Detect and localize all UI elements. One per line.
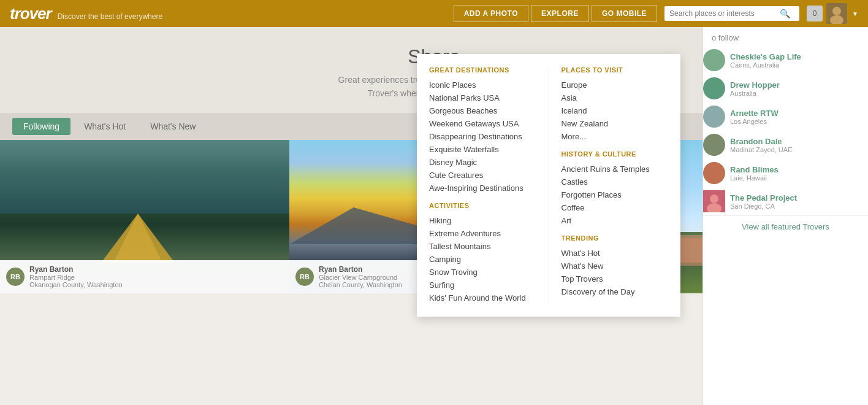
author-name-1: Ryan Barton — [29, 265, 123, 274]
dd-link-disney-magic[interactable]: Disney Magic — [429, 156, 536, 169]
dd-title-history-culture: HISTORY & CULTURE — [562, 150, 669, 158]
user-name-4: Rand Blimes — [730, 165, 779, 174]
tab-whats-new[interactable]: What's New — [139, 118, 207, 135]
dd-link-cute-creatures[interactable]: Cute Creatures — [429, 169, 536, 182]
author-avatar-1: RB — [6, 268, 25, 286]
dd-link-new-zealand[interactable]: New Zealand — [562, 117, 669, 130]
author-name-2: Ryan Barton — [319, 265, 402, 274]
dropdown-col-right: PLACES TO VISIT Europe Asia Iceland New … — [549, 66, 681, 304]
add-photo-button[interactable]: ADD A PHOTO — [454, 5, 528, 22]
notification-badge[interactable]: 0 — [807, 6, 823, 21]
dd-link-ancient-ruins[interactable]: Ancient Ruins & Temples — [562, 163, 669, 176]
featured-user-3[interactable]: Brandon Dale Madinat Zayed, UAE — [703, 131, 868, 159]
user-info-5: The Pedal Project San Diego, CA — [730, 193, 797, 210]
featured-users-list: Cheskie's Gap Life Cairns, Australia Dre… — [703, 46, 868, 215]
author-avatar-2: RB — [295, 268, 314, 286]
dd-link-trending-whats-new[interactable]: What's New — [562, 260, 669, 272]
dd-link-tallest-mountains[interactable]: Tallest Mountains — [429, 240, 536, 253]
dd-title-activities: ACTIVITIES — [429, 202, 536, 209]
user-location-3: Madinat Zayed, UAE — [730, 146, 793, 153]
dd-link-disappearing-dest[interactable]: Disappearing Destinations — [429, 130, 536, 143]
dd-link-extreme-adventures[interactable]: Extreme Adventures — [429, 227, 536, 240]
tab-whats-hot[interactable]: What's Hot — [73, 118, 137, 135]
user-info-1: Drew Hopper Australia — [730, 80, 780, 97]
featured-user-5[interactable]: The Pedal Project San Diego, CA — [703, 187, 868, 215]
dd-link-asia[interactable]: Asia — [562, 91, 669, 104]
photo-place-1: Rampart Ridge — [29, 274, 123, 281]
user-avatar-2 — [703, 106, 725, 128]
dd-link-surfing[interactable]: Surfing — [429, 279, 536, 291]
user-info-4: Rand Blimes Laie, Hawaii — [730, 165, 779, 182]
dd-link-coffee[interactable]: Coffee — [562, 201, 669, 214]
user-location-1: Australia — [730, 90, 780, 97]
user-info-0: Cheskie's Gap Life Cairns, Australia — [730, 52, 801, 69]
view-all-trovers[interactable]: View all featured Trovers — [703, 215, 868, 237]
dd-link-iconic-places[interactable]: Iconic Places — [429, 79, 536, 91]
user-name-3: Brandon Dale — [730, 137, 793, 146]
explore-dropdown: GREAT DESTINATIONS Iconic Places Nationa… — [417, 54, 680, 317]
user-name-5: The Pedal Project — [730, 193, 797, 202]
dd-link-snow-troving[interactable]: Snow Troving — [429, 266, 536, 279]
dd-link-weekend-getaways[interactable]: Weekend Getaways USA — [429, 117, 536, 130]
dd-title-places-to-visit: PLACES TO VISIT — [562, 66, 669, 74]
dd-link-forgotten-places[interactable]: Forgotten Places — [562, 188, 669, 201]
user-avatar-0 — [703, 49, 725, 71]
user-info-2: Arnette RTW Los Angeles — [730, 109, 779, 125]
explore-button[interactable]: EXPLORE — [531, 5, 589, 22]
user-name-1: Drew Hopper — [730, 80, 780, 90]
dd-link-waterfalls[interactable]: Exquisite Waterfalls — [429, 143, 536, 156]
layout-wrapper: Share Great experiences trump just about… — [0, 27, 868, 405]
dd-link-art[interactable]: Art — [562, 214, 669, 227]
dd-link-europe[interactable]: Europe — [562, 79, 669, 91]
dd-link-discovery-of-day[interactable]: Discovery of the Day — [562, 285, 669, 298]
user-avatar-4 — [703, 162, 725, 184]
user-location-4: Laie, Hawaii — [730, 174, 779, 182]
dd-link-castles[interactable]: Castles — [562, 176, 669, 188]
dd-title-trending: TRENDING — [562, 234, 669, 242]
tab-following[interactable]: Following — [12, 118, 70, 135]
user-info-3: Brandon Dale Madinat Zayed, UAE — [730, 137, 793, 153]
dd-link-top-trovers[interactable]: Top Trovers — [562, 272, 669, 285]
featured-user-0[interactable]: Cheskie's Gap Life Cairns, Australia — [703, 46, 868, 74]
header-right: 0 ▼ — [807, 3, 858, 24]
dd-link-iceland[interactable]: Iceland — [562, 104, 669, 117]
user-location-2: Los Angeles — [730, 118, 779, 125]
logo-tagline: Discover the best of everywhere — [58, 12, 162, 21]
avatar-dropdown-arrow[interactable]: ▼ — [852, 10, 858, 17]
photo-info-1: RB Ryan Barton Rampart Ridge Okanogan Co… — [0, 260, 289, 293]
dd-link-kids-fun[interactable]: Kids' Fun Around the World — [429, 291, 536, 304]
featured-user-1[interactable]: Drew Hopper Australia — [703, 74, 868, 102]
dd-link-camping[interactable]: Camping — [429, 253, 536, 266]
dd-link-trending-whats-hot[interactable]: What's Hot — [562, 247, 669, 260]
dd-link-national-parks[interactable]: National Parks USA — [429, 91, 536, 104]
dd-link-awe-inspiring[interactable]: Awe-Inspiring Destinations — [429, 182, 536, 195]
photo-location-2: Chelan County, Washington — [319, 281, 402, 288]
dropdown-col-left: GREAT DESTINATIONS Iconic Places Nationa… — [417, 66, 549, 304]
svg-point-7 — [710, 195, 718, 203]
user-location-5: San Diego, CA — [730, 202, 797, 210]
photo-meta-2: Ryan Barton Glacier View Campground Chel… — [319, 265, 402, 288]
featured-user-4[interactable]: Rand Blimes Laie, Hawaii — [703, 159, 868, 187]
featured-user-2[interactable]: Arnette RTW Los Angeles — [703, 102, 868, 131]
header-nav: ADD A PHOTO EXPLORE GO MOBILE 🔍 0 ▼ — [454, 3, 858, 24]
avatar[interactable] — [826, 3, 847, 24]
photo-card-1[interactable]: RB Ryan Barton Rampart Ridge Okanogan Co… — [0, 140, 289, 293]
dd-link-more[interactable]: More... — [562, 130, 669, 143]
header: trover Discover the best of everywhere A… — [0, 0, 868, 27]
go-mobile-button[interactable]: GO MOBILE — [592, 5, 657, 22]
photo-place-2: Glacier View Campground — [319, 274, 402, 281]
user-name-2: Arnette RTW — [730, 109, 779, 118]
sidebar-title: o follow — [703, 27, 868, 46]
photo-meta-1: Ryan Barton Rampart Ridge Okanogan Count… — [29, 265, 123, 288]
user-avatar-1 — [703, 77, 725, 99]
user-avatar-5 — [703, 190, 725, 212]
photo-location-1: Okanogan County, Washington — [29, 281, 123, 288]
dd-link-gorgeous-beaches[interactable]: Gorgeous Beaches — [429, 104, 536, 117]
search-box: 🔍 — [664, 6, 799, 21]
search-icon: 🔍 — [780, 9, 790, 18]
svg-point-1 — [832, 7, 841, 15]
dd-link-hiking[interactable]: Hiking — [429, 214, 536, 227]
dd-title-great-destinations: GREAT DESTINATIONS — [429, 66, 536, 74]
search-input[interactable] — [669, 9, 780, 18]
logo[interactable]: trover — [10, 4, 51, 23]
